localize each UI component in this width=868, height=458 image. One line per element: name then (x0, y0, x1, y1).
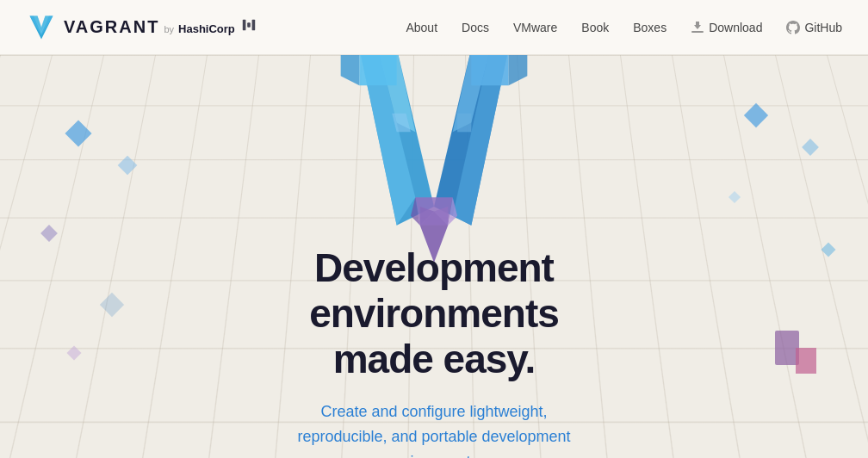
decoration-diamond-7 (802, 139, 819, 156)
decoration-diamond-4 (100, 293, 124, 317)
decoration-diamond-10 (796, 348, 816, 374)
svg-rect-4 (247, 22, 251, 27)
svg-marker-14 (359, 55, 396, 86)
hero-content: Development environments made easy. Crea… (297, 55, 570, 458)
download-icon (691, 21, 704, 34)
nav-link-book[interactable]: Book (581, 21, 609, 34)
svg-marker-17 (471, 55, 508, 86)
svg-marker-15 (341, 55, 360, 86)
decoration-diamond-5 (67, 346, 82, 361)
nav-link-vmware[interactable]: VMware (513, 21, 557, 34)
hero-title: Development environments made easy. (309, 245, 559, 382)
nav-item-book[interactable]: Book (581, 20, 609, 35)
nav-item-boxes[interactable]: Boxes (633, 20, 666, 35)
decoration-diamond-1 (65, 120, 91, 146)
hashicorp-icon (241, 17, 257, 33)
svg-rect-3 (243, 20, 246, 31)
svg-marker-18 (509, 55, 528, 86)
hero-subtitle-line2: reproducible, and portable development (297, 428, 570, 445)
decoration-diamond-8 (728, 191, 741, 203)
nav-link-download[interactable]: Download (691, 21, 762, 34)
nav-link-boxes[interactable]: Boxes (633, 21, 666, 34)
nav-item-about[interactable]: About (406, 20, 437, 35)
svg-rect-5 (251, 20, 255, 31)
decoration-diamond-6 (744, 103, 768, 127)
nav-item-vmware[interactable]: VMware (513, 20, 557, 35)
hero-section: Development environments made easy. Crea… (0, 55, 868, 458)
github-label: GitHub (804, 21, 842, 34)
decoration-diamond-3 (40, 225, 58, 242)
brand-text: VAGRANT by HashiCorp (64, 17, 257, 37)
main-nav: About Docs VMware Book Boxes Download (406, 20, 842, 35)
download-label: Download (709, 21, 762, 34)
hero-vagrant-logo (339, 55, 529, 263)
brand-vagrant-label: VAGRANT (64, 17, 159, 37)
svg-rect-6 (691, 31, 704, 33)
svg-marker-24 (457, 114, 471, 133)
hero-subtitle-line1: Create and configure lightweight, (320, 403, 547, 420)
brand-hashicorp-label: HashiCorp (178, 22, 235, 35)
nav-item-docs[interactable]: Docs (462, 20, 489, 35)
nav-item-download[interactable]: Download (691, 21, 762, 34)
hero-title-line1: Development (314, 245, 554, 290)
hero-subtitle: Create and configure lightweight, reprod… (297, 399, 570, 458)
github-icon (786, 21, 800, 34)
hero-title-line2: environments (309, 291, 559, 336)
brand[interactable]: VAGRANT by HashiCorp (26, 12, 257, 43)
svg-marker-7 (694, 22, 701, 29)
nav-link-about[interactable]: About (406, 21, 437, 34)
navbar: VAGRANT by HashiCorp About Docs VMware B… (0, 0, 868, 55)
decoration-diamond-2 (118, 156, 138, 176)
nav-link-github[interactable]: GitHub (786, 21, 842, 34)
vagrant-v-icon (26, 12, 57, 43)
nav-link-docs[interactable]: Docs (462, 21, 489, 34)
brand-by-label: by (164, 24, 174, 34)
hero-title-line3: made easy. (333, 337, 536, 381)
hero-subtitle-line3: environments. (385, 453, 482, 458)
decoration-diamond-11 (822, 243, 836, 257)
nav-item-github[interactable]: GitHub (786, 21, 842, 34)
svg-marker-25 (415, 198, 452, 226)
